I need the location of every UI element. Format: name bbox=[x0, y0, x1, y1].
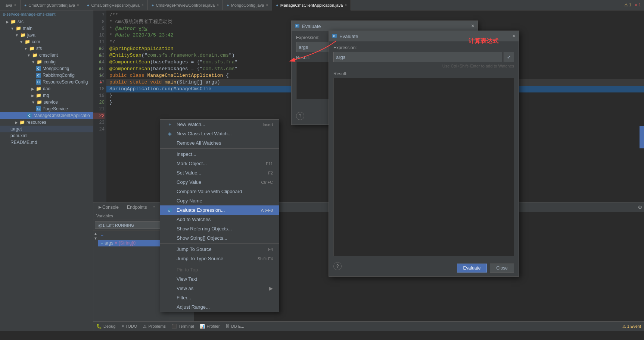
menu-shortcut: F11 bbox=[266, 161, 273, 166]
separator-1 bbox=[160, 148, 279, 149]
menu-jump-to-type-source[interactable]: Jump To Type Source Shift+F4 bbox=[160, 254, 279, 263]
sidebar-item-resources[interactable]: ▶ 📁 resources bbox=[0, 119, 93, 126]
menu-view-text[interactable]: View Text bbox=[160, 274, 279, 284]
menu-copy-name[interactable]: Copy Name bbox=[160, 196, 279, 205]
tab-cmspagepreview-close[interactable]: × bbox=[217, 3, 219, 7]
tab-ava-close[interactable]: × bbox=[14, 3, 16, 7]
tab-managecmsclient[interactable]: ● ManageCmsClientApplication.java × bbox=[272, 0, 351, 10]
svg-text:E: E bbox=[296, 25, 298, 28]
inner-result-area bbox=[333, 78, 514, 256]
menu-new-watch[interactable]: + New Watch... Insert bbox=[160, 120, 279, 129]
sidebar-item-managecmsclientapp[interactable]: C ManageCmsClientApplicatio bbox=[0, 112, 93, 119]
sidebar-item-readme[interactable]: README.md bbox=[0, 139, 93, 146]
menu-mark-object[interactable]: Mark Object... F11 bbox=[160, 159, 279, 168]
status-db[interactable]: 🗄 DB E... bbox=[225, 324, 244, 328]
tab-cmsrepo-close[interactable]: × bbox=[141, 3, 144, 7]
evaluate-dialog-icon: E bbox=[295, 23, 300, 29]
tab-mongoconfig[interactable]: ● MongoConfig.java × bbox=[223, 0, 272, 10]
menu-compare-value[interactable]: Compare Value with Clipboard bbox=[160, 187, 279, 196]
status-terminal[interactable]: ⬛ Terminal bbox=[172, 324, 194, 329]
sidebar-item-java[interactable]: ▼ 📁 java bbox=[0, 32, 93, 38]
inner-expand-btn[interactable]: ⤢ bbox=[504, 52, 514, 62]
sidebar-item-sfs[interactable]: ▼ 📁 sfs bbox=[0, 45, 93, 52]
tab-ava[interactable]: .ava × bbox=[1, 0, 21, 10]
sidebar-item-mq[interactable]: ▶ 📁 mq bbox=[0, 92, 93, 99]
tab-cmsrepo[interactable]: ● CmsConfigRepository.java × bbox=[83, 0, 148, 10]
scroll-arrows: ▲ ▼ bbox=[93, 231, 98, 323]
sidebar-item-target[interactable]: target bbox=[0, 126, 93, 132]
svg-text:E: E bbox=[168, 209, 170, 212]
menu-jump-to-source[interactable]: Jump To Source F4 bbox=[160, 245, 279, 254]
folder-icon: 📁 bbox=[36, 86, 41, 91]
folder-icon: 📁 bbox=[25, 39, 30, 44]
todo-icon: ≡ bbox=[121, 324, 124, 328]
sidebar-item-service[interactable]: ▼ 📁 service bbox=[0, 99, 93, 106]
tab-console[interactable]: ▶ Console bbox=[95, 202, 122, 212]
tab-mongoconfig-close[interactable]: × bbox=[266, 3, 268, 7]
menu-shortcut: Ctrl+C bbox=[261, 180, 273, 185]
inner-expression-input[interactable] bbox=[333, 52, 502, 62]
tab-cmspagepreview[interactable]: ● CmsPagePreviewController.java × bbox=[148, 0, 223, 10]
menu-pin-to-top: Pin to Top bbox=[160, 265, 279, 274]
menu-new-class-watch[interactable]: ◈ New Class Level Watch... bbox=[160, 129, 279, 138]
sidebar-item-com[interactable]: ▼ 📁 com bbox=[0, 38, 93, 45]
inner-dialog-close-btn[interactable]: × bbox=[512, 33, 516, 40]
arrow-icon: ▼ bbox=[15, 33, 19, 37]
sidebar-item-src[interactable]: ▶ 📁 src bbox=[0, 18, 93, 25]
tab-cmspagepreview-label: CmsPagePreviewController.java bbox=[156, 3, 215, 7]
menu-show-string[interactable]: Show String[] Objects... bbox=[160, 233, 279, 243]
red-arrow-annotation bbox=[284, 37, 343, 68]
sidebar-label-mongoconfig: MongoConfig bbox=[43, 66, 69, 71]
separator-2 bbox=[160, 243, 279, 244]
menu-remove-all-watches[interactable]: Remove All Watches bbox=[160, 138, 279, 148]
sidebar-item-mongoconfig[interactable]: C MongoConfig bbox=[0, 65, 93, 72]
new-watch-icon: + bbox=[166, 122, 174, 127]
menu-filter[interactable]: Filter... bbox=[160, 293, 279, 302]
menu-evaluate-expression[interactable]: E Evaluate Expression... Alt+F8 bbox=[160, 205, 279, 215]
sidebar-label-main: main bbox=[23, 26, 32, 31]
close-btn[interactable]: Close bbox=[490, 264, 514, 273]
evaluate-btn[interactable]: Evaluate bbox=[457, 264, 487, 273]
menu-shortcut: Alt+F8 bbox=[261, 208, 273, 212]
folder-icon: 📁 bbox=[36, 93, 41, 98]
tab-bar: .ava × ● CmsConfigController.java × ● Cm… bbox=[0, 0, 644, 10]
separator-3 bbox=[160, 264, 279, 264]
status-profiler[interactable]: 📊 Profiler bbox=[200, 324, 220, 329]
db-icon: 🗄 bbox=[225, 324, 230, 328]
error-count: ✕ 1 bbox=[634, 3, 641, 7]
outer-help-btn[interactable]: ? bbox=[296, 112, 304, 120]
status-debug[interactable]: 🐛 Debug bbox=[96, 324, 115, 329]
sidebar-label-src: src bbox=[18, 19, 24, 24]
menu-view-as[interactable]: View as ▶ bbox=[160, 284, 279, 293]
menu-inspect[interactable]: Inspect... bbox=[160, 149, 279, 159]
tab-managecmsclient-close[interactable]: × bbox=[345, 3, 347, 7]
status-problems[interactable]: ⚠ Problems bbox=[143, 324, 165, 329]
sidebar-item-cmsclient[interactable]: ▼ 📁 cmsclient bbox=[0, 52, 93, 59]
menu-set-value[interactable]: Set Value... F2 bbox=[160, 168, 279, 177]
inner-help-btn[interactable]: ? bbox=[333, 262, 342, 270]
variables-settings-btn[interactable]: ⚙ bbox=[638, 204, 644, 210]
status-todo[interactable]: ≡ TODO bbox=[121, 324, 137, 328]
sidebar-item-main[interactable]: ▼ 📁 main bbox=[0, 25, 93, 32]
menu-adjust-range[interactable]: Adjust Range... bbox=[160, 302, 279, 312]
sidebar-item-config[interactable]: ▼ 📁 config bbox=[0, 59, 93, 65]
folder-icon: 📁 bbox=[37, 100, 42, 105]
sidebar-item-resourceserverconfig[interactable]: C ResourceServerConfig bbox=[0, 79, 93, 85]
inner-result-label: Result: bbox=[333, 71, 514, 76]
menu-copy-value[interactable]: Copy Value Ctrl+C bbox=[160, 177, 279, 187]
sidebar-item-pomxml[interactable]: pom.xml bbox=[0, 132, 93, 139]
folder-icon: 📁 bbox=[19, 120, 25, 125]
tab-cmsconfig-close[interactable]: × bbox=[77, 3, 79, 7]
tab-cmsconfig[interactable]: ● CmsConfigController.java × bbox=[21, 0, 83, 10]
inner-dialog-footer: ? Evaluate Close bbox=[333, 260, 514, 273]
menu-shortcut: F2 bbox=[268, 171, 273, 175]
sidebar-item-pageservice[interactable]: C PageService bbox=[0, 106, 93, 112]
folder-icon: 📁 bbox=[32, 53, 38, 58]
sidebar-item-rabbitmqconfig[interactable]: C RabbitmqConfig bbox=[0, 72, 93, 79]
menu-show-referring[interactable]: Show Referring Objects... bbox=[160, 224, 279, 233]
menu-add-to-watches[interactable]: Add to Watches bbox=[160, 215, 279, 224]
sidebar-item-dao[interactable]: ▶ 📁 dao bbox=[0, 85, 93, 92]
arrow-icon: ▶ bbox=[31, 94, 34, 98]
outer-dialog-close-btn[interactable]: × bbox=[471, 23, 475, 29]
tab-endpoints[interactable]: Endpoints bbox=[123, 202, 150, 212]
